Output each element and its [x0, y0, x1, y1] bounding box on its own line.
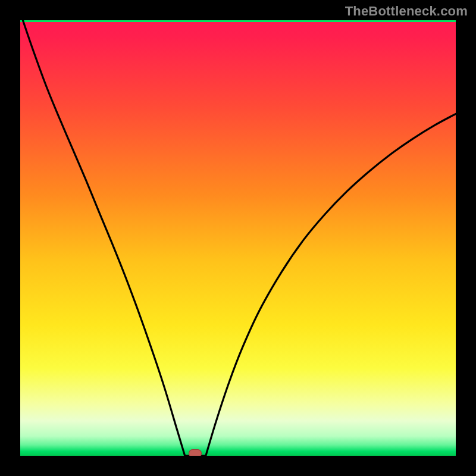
bottleneck-curve — [20, 20, 456, 456]
chart-frame: TheBottleneck.com — [0, 0, 476, 476]
watermark-text: TheBottleneck.com — [345, 4, 468, 19]
optimal-marker — [189, 449, 202, 456]
plot-area — [20, 20, 456, 456]
